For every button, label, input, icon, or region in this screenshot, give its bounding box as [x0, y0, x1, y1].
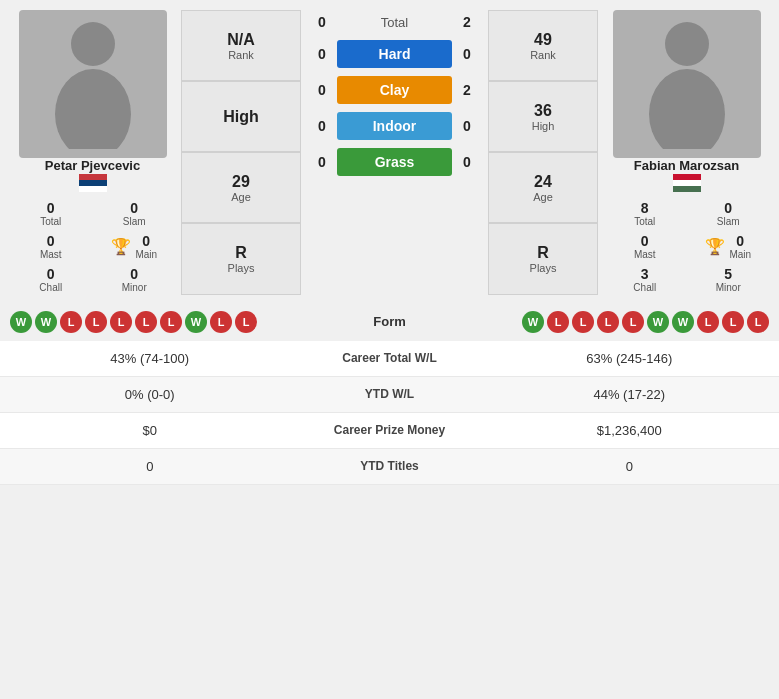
clay-left-score: 0 — [307, 82, 337, 98]
left-player-stats-grid: 0 Total 0 Slam 0 Mast 🏆 0 Main — [10, 198, 175, 295]
svg-rect-7 — [673, 174, 701, 180]
left-mast-cell: 0 Mast — [10, 231, 92, 262]
form-badge: L — [697, 311, 719, 333]
right-high-box: 36 High — [488, 81, 598, 152]
right-slam-label: Slam — [688, 216, 770, 227]
left-plays-value: R — [235, 244, 247, 262]
left-high-value: High — [223, 108, 259, 126]
form-badge: L — [135, 311, 157, 333]
comparison-row: 43% (74-100)Career Total W/L63% (245-146… — [0, 341, 779, 377]
svg-rect-8 — [673, 180, 701, 186]
right-total-value: 8 — [604, 200, 686, 216]
svg-rect-2 — [79, 174, 107, 180]
form-badge: W — [522, 311, 544, 333]
form-badge: L — [85, 311, 107, 333]
left-rank-value: N/A — [227, 31, 255, 49]
comparison-right-value: $1,236,400 — [490, 423, 770, 438]
comparison-left-value: $0 — [10, 423, 290, 438]
left-chall-value: 0 — [10, 266, 92, 282]
hard-badge: Hard — [337, 40, 452, 68]
right-minor-value: 5 — [688, 266, 770, 282]
svg-point-1 — [55, 69, 131, 149]
svg-rect-9 — [673, 186, 701, 192]
right-player-name: Fabian Marozsan — [634, 158, 739, 174]
right-player-silhouette — [637, 19, 737, 149]
left-player-card: Petar Pjevcevic 0 Total 0 Slam — [10, 10, 175, 295]
comparison-right-value: 0 — [490, 459, 770, 474]
form-badge: W — [647, 311, 669, 333]
comparison-right-value: 63% (245-146) — [490, 351, 770, 366]
right-mast-label: Mast — [604, 249, 686, 260]
left-total-label: Total — [10, 216, 92, 227]
right-total-cell: 8 Total — [604, 198, 686, 229]
form-badge: L — [572, 311, 594, 333]
right-main-value: 0 — [729, 233, 751, 249]
left-middle-panel: N/A Rank High 29 Age R Plays — [181, 10, 301, 295]
left-age-label: Age — [231, 191, 251, 203]
comparison-left-value: 0 — [10, 459, 290, 474]
left-age-box: 29 Age — [181, 152, 301, 223]
grass-row: 0 Grass 0 — [307, 146, 482, 178]
total-right-score: 2 — [452, 14, 482, 30]
left-high-box: High — [181, 81, 301, 152]
left-mast-label: Mast — [10, 249, 92, 260]
indoor-right-score: 0 — [452, 118, 482, 134]
svg-point-0 — [71, 22, 115, 66]
right-age-box: 24 Age — [488, 152, 598, 223]
main-container: Petar Pjevcevic 0 Total 0 Slam — [0, 0, 779, 485]
form-badge: L — [547, 311, 569, 333]
form-badge: L — [235, 311, 257, 333]
clay-right-score: 2 — [452, 82, 482, 98]
serbia-flag — [79, 174, 107, 192]
comparison-right-value: 44% (17-22) — [490, 387, 770, 402]
right-player-card: Fabian Marozsan 8 Total 0 Slam — [604, 10, 769, 295]
right-high-label: High — [532, 120, 555, 132]
form-badge: L — [747, 311, 769, 333]
indoor-badge: Indoor — [337, 112, 452, 140]
left-minor-cell: 0 Minor — [94, 264, 176, 295]
right-minor-label: Minor — [688, 282, 770, 293]
comparison-left-value: 43% (74-100) — [10, 351, 290, 366]
comparison-center-label: YTD Titles — [290, 459, 490, 473]
total-left-score: 0 — [307, 14, 337, 30]
right-plays-label: Plays — [530, 262, 557, 274]
left-age-value: 29 — [232, 173, 250, 191]
right-plays-value: R — [537, 244, 549, 262]
right-minor-cell: 5 Minor — [688, 264, 770, 295]
clay-row: 0 Clay 2 — [307, 74, 482, 106]
left-slam-value: 0 — [94, 200, 176, 216]
right-plays-box: R Plays — [488, 223, 598, 294]
svg-point-5 — [665, 22, 709, 66]
right-form-badges: WLLLLWWLLL — [522, 311, 769, 333]
form-badge: L — [597, 311, 619, 333]
comparison-center-label: YTD W/L — [290, 387, 490, 401]
total-row: 0 Total 2 — [307, 10, 482, 34]
left-trophy-icon: 🏆 — [111, 237, 131, 256]
comparison-row: 0% (0-0)YTD W/L44% (17-22) — [0, 377, 779, 413]
form-badge: W — [672, 311, 694, 333]
left-player-header: Petar Pjevcevic — [45, 158, 140, 192]
left-form-badges: WWLLLLLWLL — [10, 311, 257, 333]
left-slam-label: Slam — [94, 216, 176, 227]
svg-rect-4 — [79, 186, 107, 192]
left-slam-cell: 0 Slam — [94, 198, 176, 229]
right-age-label: Age — [533, 191, 553, 203]
hungary-flag — [673, 174, 701, 192]
indoor-row: 0 Indoor 0 — [307, 110, 482, 142]
hard-left-score: 0 — [307, 46, 337, 62]
form-badge: W — [185, 311, 207, 333]
left-plays-box: R Plays — [181, 223, 301, 294]
form-section: WWLLLLLWLL Form WLLLLWWLLL — [0, 303, 779, 341]
grass-right-score: 0 — [452, 154, 482, 170]
svg-rect-3 — [79, 180, 107, 186]
right-chall-cell: 3 Chall — [604, 264, 686, 295]
left-mast-value: 0 — [10, 233, 92, 249]
total-label: Total — [337, 15, 452, 30]
form-badge: W — [35, 311, 57, 333]
left-plays-label: Plays — [228, 262, 255, 274]
right-total-label: Total — [604, 216, 686, 227]
right-trophy-icon: 🏆 — [705, 237, 725, 256]
stats-rows: 43% (74-100)Career Total W/L63% (245-146… — [0, 341, 779, 485]
left-total-value: 0 — [10, 200, 92, 216]
right-rank-label: Rank — [530, 49, 556, 61]
